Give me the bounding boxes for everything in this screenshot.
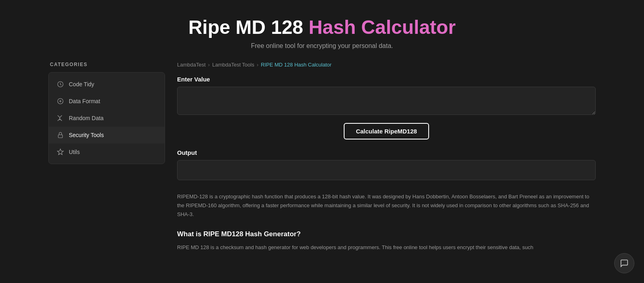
sidebar-item-label: Code Tidy (69, 81, 94, 87)
calculate-button[interactable]: Calculate RipeMD128 (344, 123, 429, 139)
utils-icon (57, 148, 64, 156)
enter-value-label: Enter Value (177, 76, 596, 83)
breadcrumb-current-page: RIPE MD 128 Hash Calculator (261, 62, 332, 68)
sidebar: CATEGORIES Code Tidy Data Format (48, 62, 165, 252)
sidebar-item-label: Random Data (69, 115, 103, 121)
sidebar-item-utils[interactable]: Utils (49, 144, 165, 160)
breadcrumb-sep-1: › (208, 62, 210, 68)
svg-marker-3 (58, 149, 64, 155)
what-is-heading: What is RIPE MD128 Hash Generator? (177, 230, 596, 238)
page-subtitle: Free online tool for encrypting your per… (8, 42, 636, 50)
content-area: LambdaTest › LambdaTest Tools › RIPE MD … (177, 62, 596, 252)
svg-rect-2 (58, 135, 63, 138)
chat-button[interactable] (614, 253, 634, 273)
output-label: Output (177, 149, 596, 156)
description-text: RIPEMD-128 is a cryptographic hash funct… (177, 192, 596, 219)
sidebar-item-data-format[interactable]: Data Format (49, 93, 165, 110)
sidebar-item-code-tidy[interactable]: Code Tidy (49, 76, 165, 93)
button-row: Calculate RipeMD128 (177, 123, 596, 139)
categories-label: CATEGORIES (48, 62, 165, 67)
breadcrumb-lambdatest[interactable]: LambdaTest (177, 62, 206, 68)
sidebar-item-label: Data Format (69, 98, 100, 104)
data-format-icon (57, 98, 64, 105)
chat-icon (620, 259, 629, 268)
value-input[interactable] (177, 87, 596, 115)
sidebar-item-random-data[interactable]: Random Data (49, 110, 165, 127)
security-icon (57, 131, 64, 139)
sidebar-item-label: Utils (69, 149, 80, 155)
page-title: Ripe MD 128 Hash Calculator (8, 16, 636, 38)
page-header: Ripe MD 128 Hash Calculator Free online … (0, 0, 644, 62)
breadcrumb-lambdatest-tools[interactable]: LambdaTest Tools (212, 62, 254, 68)
code-tidy-icon (57, 81, 64, 88)
what-is-text: RIPE MD 128 is a checksum and hash gener… (177, 243, 596, 252)
breadcrumb: LambdaTest › LambdaTest Tools › RIPE MD … (177, 62, 596, 68)
sidebar-item-security-tools[interactable]: Security Tools (49, 127, 165, 144)
random-data-icon (57, 114, 64, 122)
breadcrumb-sep-2: › (257, 62, 258, 68)
sidebar-menu: Code Tidy Data Format Random Data (48, 72, 165, 164)
main-layout: CATEGORIES Code Tidy Data Format (40, 62, 604, 252)
output-area (177, 160, 596, 180)
sidebar-item-label: Security Tools (69, 132, 104, 138)
